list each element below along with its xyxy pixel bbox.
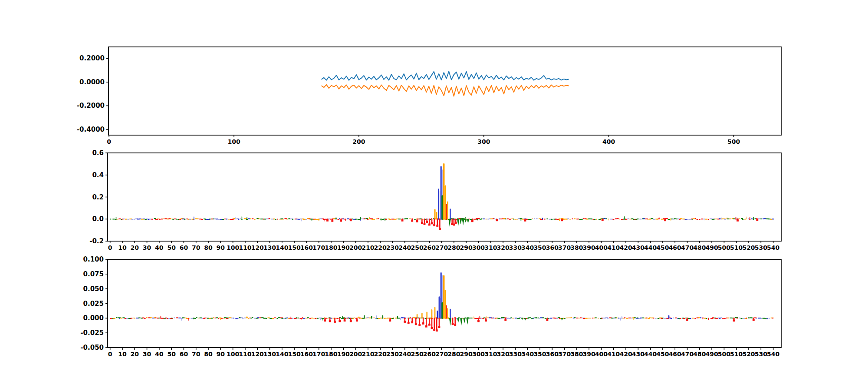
x-tick-label: 160 bbox=[300, 244, 313, 251]
x-tick-label: 200 bbox=[349, 244, 362, 251]
subplot-3-minor-spikes bbox=[324, 316, 754, 323]
x-tick-label: 0 bbox=[108, 244, 112, 251]
x-tick-label: 520 bbox=[742, 351, 755, 358]
red-square-marker bbox=[438, 326, 441, 328]
x-tick-label: 110 bbox=[239, 351, 251, 358]
red-square-marker bbox=[433, 329, 435, 331]
y-tick-label: 0.6 bbox=[92, 149, 104, 157]
y-tick-label: 0.050 bbox=[83, 285, 104, 293]
red-square-marker bbox=[453, 224, 455, 226]
y-tick-label: 0.0000 bbox=[79, 78, 105, 86]
x-tick-label: 290 bbox=[460, 351, 473, 358]
x-tick-label: 210 bbox=[362, 244, 374, 251]
x-tick-label: 30 bbox=[143, 244, 151, 251]
y-tick-label: 0.100 bbox=[83, 255, 104, 263]
x-tick-label: 90 bbox=[217, 244, 225, 251]
x-tick-label: 300 bbox=[472, 351, 485, 358]
stem-green-dip bbox=[457, 219, 459, 226]
x-tick-label: 460 bbox=[669, 244, 681, 251]
x-tick-label: 200 bbox=[349, 351, 362, 358]
red-square-marker bbox=[733, 319, 735, 321]
x-tick-label: 70 bbox=[192, 244, 201, 251]
red-square-marker bbox=[426, 221, 428, 223]
x-tick-label: 240 bbox=[398, 244, 411, 251]
subplot-1-series-2 bbox=[322, 85, 569, 96]
red-square-marker bbox=[415, 323, 417, 325]
stem-green-dip bbox=[460, 219, 462, 224]
red-square-marker bbox=[439, 228, 441, 230]
x-tick-label: 200 bbox=[352, 138, 365, 145]
red-square-marker bbox=[334, 321, 336, 323]
x-tick-label: 540 bbox=[767, 351, 779, 358]
x-tick-label: 160 bbox=[300, 351, 313, 358]
x-tick-label: 530 bbox=[755, 351, 767, 358]
x-tick-label: 360 bbox=[546, 351, 559, 358]
x-tick-label: 410 bbox=[607, 351, 620, 358]
subplot-3-x-axis: 0102030405060708090100110120130140150160… bbox=[108, 348, 780, 358]
red-square-marker bbox=[485, 319, 487, 321]
x-tick-label: 290 bbox=[460, 244, 473, 251]
red-square-marker bbox=[416, 220, 418, 222]
stem-green-dip bbox=[460, 318, 462, 326]
stem-green-dip bbox=[561, 318, 563, 320]
x-tick-label: 260 bbox=[423, 351, 436, 358]
red-square-marker bbox=[421, 222, 423, 224]
subplot-2: 0102030405060708090100110120130140150160… bbox=[89, 149, 781, 251]
red-square-marker bbox=[664, 219, 666, 221]
y-tick-label: -0.025 bbox=[80, 329, 104, 337]
x-tick-label: 450 bbox=[656, 244, 669, 251]
x-tick-label: 240 bbox=[398, 351, 411, 358]
red-square-marker bbox=[452, 323, 454, 325]
x-tick-label: 120 bbox=[251, 351, 264, 358]
subplot-1: 01002003004005000.20000.0000-0.2000-0.40… bbox=[77, 47, 781, 145]
x-tick-label: 390 bbox=[583, 351, 595, 358]
stem-green-dip bbox=[476, 219, 478, 220]
x-tick-label: 420 bbox=[619, 351, 632, 358]
x-tick-label: 60 bbox=[180, 244, 188, 251]
x-tick-label: 180 bbox=[325, 351, 337, 358]
x-tick-label: 530 bbox=[755, 244, 767, 251]
y-tick-label: -0.2 bbox=[89, 237, 104, 245]
x-tick-label: 190 bbox=[337, 351, 350, 358]
subplot-2-spike-cluster bbox=[421, 164, 469, 230]
stem-green-dip bbox=[524, 318, 526, 320]
x-tick-label: 400 bbox=[595, 244, 608, 251]
x-tick-label: 380 bbox=[570, 351, 583, 358]
x-tick-label: 420 bbox=[619, 244, 632, 251]
stem-green-dip bbox=[463, 318, 465, 323]
red-square-marker bbox=[350, 320, 352, 322]
red-square-marker bbox=[408, 322, 410, 324]
x-tick-label: 190 bbox=[337, 244, 350, 251]
x-tick-label: 40 bbox=[155, 244, 164, 251]
red-square-marker bbox=[436, 225, 438, 227]
x-tick-label: 480 bbox=[693, 244, 706, 251]
x-tick-label: 230 bbox=[386, 351, 399, 358]
red-square-marker bbox=[424, 223, 426, 225]
red-square-marker bbox=[422, 322, 424, 325]
red-square-marker bbox=[428, 224, 431, 226]
x-tick-label: 400 bbox=[602, 138, 615, 145]
red-square-marker bbox=[411, 220, 413, 222]
x-tick-label: 120 bbox=[251, 244, 264, 251]
red-square-marker bbox=[331, 220, 333, 222]
red-square-marker bbox=[455, 222, 457, 224]
x-tick-label: 100 bbox=[227, 244, 239, 251]
x-tick-label: 50 bbox=[167, 351, 176, 358]
x-tick-label: 320 bbox=[496, 244, 509, 251]
x-tick-label: 330 bbox=[509, 244, 522, 251]
x-tick-label: 470 bbox=[681, 351, 694, 358]
x-tick-label: 440 bbox=[644, 351, 657, 358]
x-tick-label: 480 bbox=[693, 351, 706, 358]
stem-green-dip bbox=[462, 219, 464, 225]
x-tick-label: 130 bbox=[263, 244, 276, 251]
x-tick-label: 170 bbox=[312, 244, 325, 251]
subplot-2-x-axis: 0102030405060708090100110120130140150160… bbox=[108, 241, 780, 251]
red-square-marker bbox=[477, 320, 480, 322]
x-tick-label: 500 bbox=[727, 138, 740, 145]
subplot-2-y-axis: 0.60.40.20.0-0.2 bbox=[89, 149, 108, 245]
red-square-marker bbox=[339, 320, 341, 322]
x-tick-label: 400 bbox=[595, 351, 608, 358]
red-square-marker bbox=[389, 319, 391, 321]
x-tick-label: 410 bbox=[607, 244, 620, 251]
red-square-marker bbox=[401, 219, 404, 222]
